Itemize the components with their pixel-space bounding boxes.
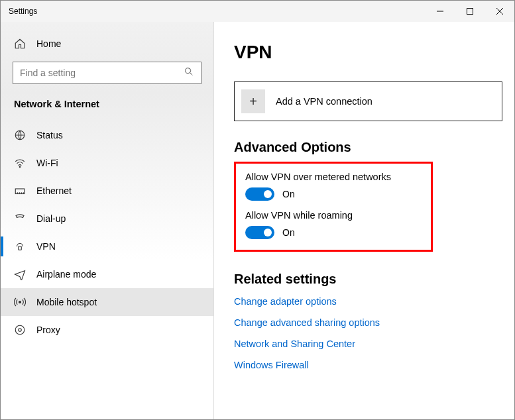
home-nav[interactable]: Home — [1, 34, 213, 62]
link-network-sharing-center[interactable]: Network and Sharing Center — [234, 339, 501, 349]
link-adapter-options[interactable]: Change adapter options — [234, 296, 501, 307]
svg-rect-9 — [19, 246, 22, 250]
search-icon — [184, 66, 194, 79]
toggle-switch-roaming[interactable] — [245, 226, 274, 239]
add-vpn-button[interactable]: + Add a VPN connection — [234, 81, 502, 121]
airplane-icon — [14, 268, 26, 280]
proxy-icon — [14, 324, 26, 336]
maximize-button[interactable] — [455, 1, 485, 22]
sidebar-item-hotspot[interactable]: Mobile hotspot — [1, 288, 213, 316]
toggle-state: On — [282, 227, 295, 238]
status-icon — [14, 129, 26, 141]
home-icon — [14, 38, 26, 50]
svg-line-5 — [190, 73, 193, 76]
toggle-label: Allow VPN while roaming — [245, 210, 422, 221]
toggle-state: On — [282, 189, 295, 199]
minimize-button[interactable] — [425, 1, 455, 22]
svg-point-7 — [19, 166, 21, 168]
hotspot-icon — [14, 296, 26, 308]
sidebar-item-label: Proxy — [36, 325, 60, 335]
toggle-roaming: Allow VPN while roaming On — [245, 210, 422, 239]
svg-rect-1 — [467, 9, 473, 15]
toggle-metered: Allow VPN over metered networks On — [245, 172, 422, 201]
sidebar-item-proxy[interactable]: Proxy — [1, 316, 213, 344]
svg-point-10 — [19, 301, 21, 303]
sidebar: Home Network & Internet Status Wi-Fi Eth… — [1, 22, 214, 419]
vpn-icon — [14, 240, 26, 252]
sidebar-item-airplane[interactable]: Airplane mode — [1, 260, 213, 288]
section-title: Network & Internet — [1, 96, 213, 117]
sidebar-item-dialup[interactable]: Dial-up — [1, 205, 213, 233]
sidebar-item-label: Mobile hotspot — [36, 297, 97, 307]
dialup-icon — [14, 213, 26, 225]
sidebar-item-label: Wi-Fi — [36, 158, 58, 168]
sidebar-item-label: Airplane mode — [36, 269, 96, 280]
add-vpn-label: Add a VPN connection — [276, 96, 372, 107]
svg-point-4 — [186, 68, 191, 74]
sidebar-item-wifi[interactable]: Wi-Fi — [1, 149, 213, 177]
titlebar: Settings — [1, 1, 514, 22]
plus-icon: + — [241, 89, 265, 113]
ethernet-icon — [14, 185, 26, 197]
svg-point-12 — [19, 329, 22, 332]
related-settings-heading: Related settings — [234, 272, 501, 287]
page-title: VPN — [234, 42, 501, 63]
home-label: Home — [36, 38, 61, 49]
wifi-icon — [14, 157, 26, 169]
sidebar-item-label: VPN — [36, 241, 56, 252]
sidebar-item-label: Status — [36, 130, 63, 140]
window-title: Settings — [1, 7, 425, 16]
sidebar-item-status[interactable]: Status — [1, 121, 213, 149]
sidebar-item-vpn[interactable]: VPN — [1, 233, 213, 260]
main-content: VPN + Add a VPN connection Advanced Opti… — [214, 22, 514, 419]
sidebar-item-label: Ethernet — [36, 185, 72, 196]
nav-list: Status Wi-Fi Ethernet Dial-up VPN Airpla… — [1, 121, 213, 344]
sidebar-item-ethernet[interactable]: Ethernet — [1, 177, 213, 205]
link-advanced-sharing[interactable]: Change advanced sharing options — [234, 317, 501, 328]
close-button[interactable] — [485, 1, 514, 22]
search-input[interactable] — [13, 62, 201, 84]
svg-point-11 — [15, 325, 25, 335]
toggle-switch-metered[interactable] — [245, 187, 274, 201]
toggle-label: Allow VPN over metered networks — [245, 172, 422, 182]
highlight-annotation: Allow VPN over metered networks On Allow… — [234, 162, 433, 252]
sidebar-item-label: Dial-up — [36, 213, 66, 224]
search-field[interactable] — [20, 68, 184, 78]
advanced-options-heading: Advanced Options — [234, 140, 501, 155]
link-windows-firewall[interactable]: Windows Firewall — [234, 360, 501, 370]
